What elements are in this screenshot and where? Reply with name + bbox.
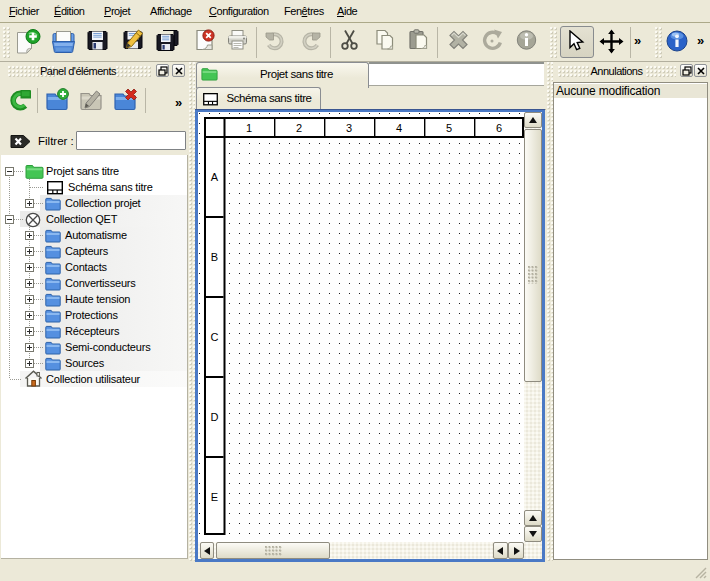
svg-text:6: 6: [496, 122, 502, 134]
svg-text:5: 5: [446, 122, 452, 134]
svg-text:D: D: [211, 411, 219, 423]
svg-text:E: E: [211, 491, 218, 503]
svg-text:2: 2: [296, 122, 302, 134]
svg-text:3: 3: [346, 122, 352, 134]
svg-text:A: A: [211, 171, 219, 183]
svg-text:B: B: [211, 251, 218, 263]
svg-text:1: 1: [246, 122, 252, 134]
svg-text:C: C: [211, 331, 219, 343]
svg-text:4: 4: [396, 122, 402, 134]
